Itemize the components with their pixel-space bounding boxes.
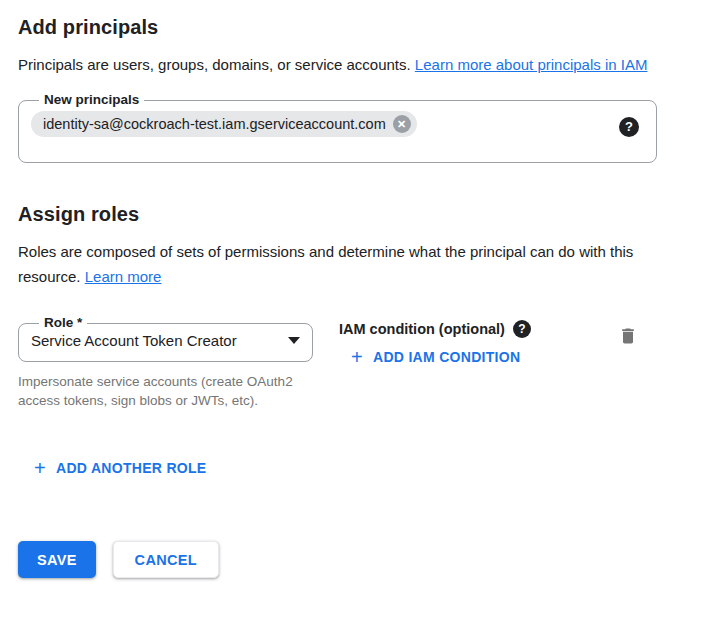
save-button[interactable]: SAVE <box>18 541 96 578</box>
action-buttons-row: SAVE CANCEL <box>18 541 695 578</box>
role-select[interactable]: Role * Service Account Token Creator <box>18 316 313 362</box>
principal-chip-row: identity-sa@cockroach-test.iam.gservicea… <box>31 111 644 137</box>
role-value-row: Service Account Token Creator <box>31 332 300 349</box>
new-principals-help-icon[interactable]: ? <box>619 117 639 137</box>
delete-role-button[interactable] <box>616 324 640 351</box>
learn-more-principals-link[interactable]: Learn more about principals in IAM <box>415 56 648 73</box>
trash-icon <box>618 326 638 346</box>
add-iam-condition-button[interactable]: + ADD IAM CONDITION <box>351 348 520 366</box>
chevron-down-icon <box>288 337 300 344</box>
principal-chip: identity-sa@cockroach-test.iam.gservicea… <box>31 111 417 137</box>
iam-condition-header: IAM condition (optional) ? <box>339 320 531 338</box>
cancel-button[interactable]: CANCEL <box>113 541 219 578</box>
principals-description: Principals are users, groups, domains, o… <box>18 52 668 77</box>
add-another-role-button[interactable]: + ADD ANOTHER ROLE <box>34 459 207 477</box>
iam-condition-column: IAM condition (optional) ? + ADD IAM CON… <box>339 316 531 368</box>
remove-principal-icon[interactable]: ✕ <box>393 115 411 133</box>
add-another-role-label: ADD ANOTHER ROLE <box>56 460 207 476</box>
role-column: Role * Service Account Token Creator Imp… <box>18 316 313 410</box>
assign-roles-title: Assign roles <box>18 203 695 226</box>
plus-icon: + <box>34 459 46 477</box>
role-selected-value: Service Account Token Creator <box>31 332 237 349</box>
add-principals-panel: Add principals Principals are users, gro… <box>0 0 713 578</box>
role-helper-text: Impersonate service accounts (create OAu… <box>18 372 300 410</box>
role-row: Role * Service Account Token Creator Imp… <box>18 316 695 410</box>
principals-description-text: Principals are users, groups, domains, o… <box>18 56 411 73</box>
learn-more-roles-link[interactable]: Learn more <box>85 268 162 285</box>
plus-icon: + <box>351 348 363 366</box>
add-iam-condition-label: ADD IAM CONDITION <box>373 349 520 365</box>
principal-chip-label: identity-sa@cockroach-test.iam.gservicea… <box>43 116 386 132</box>
iam-condition-help-icon[interactable]: ? <box>513 320 531 338</box>
page-title: Add principals <box>18 16 695 39</box>
role-label: Role * <box>39 316 87 330</box>
iam-condition-label: IAM condition (optional) <box>339 321 505 337</box>
assign-roles-description: Roles are composed of sets of permission… <box>18 239 668 289</box>
new-principals-label: New principals <box>39 93 144 107</box>
new-principals-field[interactable]: New principals identity-sa@cockroach-tes… <box>18 93 657 163</box>
